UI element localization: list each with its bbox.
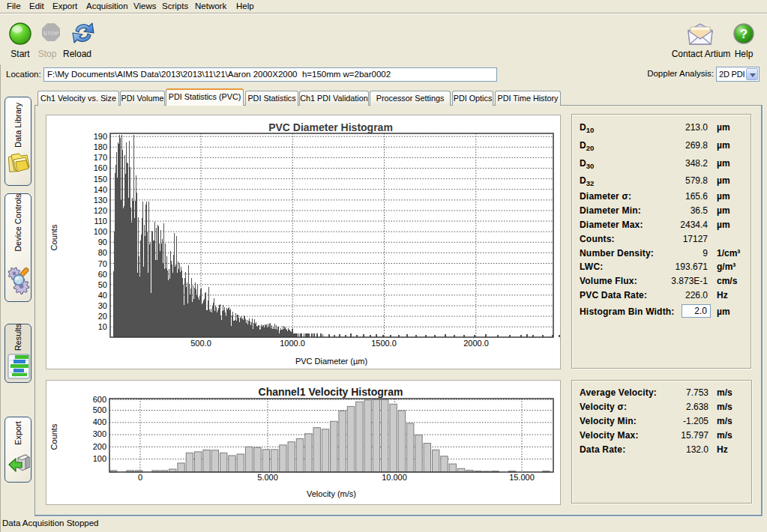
svg-text:300: 300 bbox=[93, 429, 106, 438]
svg-text:110: 110 bbox=[94, 217, 107, 226]
svg-text:?: ? bbox=[740, 27, 748, 41]
svg-text:5.000: 5.000 bbox=[257, 473, 278, 482]
svg-text:130: 130 bbox=[94, 196, 107, 205]
svg-text:80: 80 bbox=[98, 248, 107, 257]
svg-text:10: 10 bbox=[98, 322, 107, 331]
svg-text:90: 90 bbox=[98, 238, 107, 247]
svg-text:15.000: 15.000 bbox=[509, 473, 535, 482]
svg-text:STOP: STOP bbox=[43, 30, 58, 37]
svg-text:0: 0 bbox=[138, 473, 142, 482]
svg-text:Counts: Counts bbox=[49, 423, 58, 450]
svg-text:160: 160 bbox=[94, 163, 107, 172]
svg-text:Counts: Counts bbox=[49, 224, 58, 250]
svg-text:400: 400 bbox=[93, 417, 106, 426]
svg-text:40: 40 bbox=[98, 291, 107, 300]
svg-text:20: 20 bbox=[98, 312, 107, 321]
svg-text:PVC Diameter Histogram: PVC Diameter Histogram bbox=[268, 121, 393, 133]
svg-text:Velocity (m/s): Velocity (m/s) bbox=[307, 489, 356, 498]
svg-text:100: 100 bbox=[93, 454, 106, 463]
svg-text:50: 50 bbox=[98, 280, 107, 289]
svg-text:10.000: 10.000 bbox=[382, 473, 407, 482]
svg-text:120: 120 bbox=[94, 206, 107, 215]
svg-text:150: 150 bbox=[94, 175, 107, 184]
svg-text:PVC Diameter (µm): PVC Diameter (µm) bbox=[295, 357, 367, 366]
svg-text:180: 180 bbox=[94, 142, 107, 151]
svg-text:170: 170 bbox=[94, 153, 107, 162]
svg-text:600: 600 bbox=[93, 395, 106, 404]
svg-text:2000.0: 2000.0 bbox=[463, 339, 489, 348]
svg-text:30: 30 bbox=[98, 301, 107, 310]
svg-text:1000.0: 1000.0 bbox=[280, 339, 305, 348]
svg-text:1500.0: 1500.0 bbox=[371, 339, 397, 348]
svg-text:190: 190 bbox=[94, 132, 107, 141]
svg-text:100: 100 bbox=[94, 227, 107, 236]
svg-text:500: 500 bbox=[93, 405, 106, 414]
svg-text:140: 140 bbox=[94, 185, 107, 194]
svg-text:60: 60 bbox=[98, 270, 107, 279]
svg-text:500.0: 500.0 bbox=[190, 339, 211, 348]
svg-text:70: 70 bbox=[98, 259, 107, 268]
svg-text:200: 200 bbox=[93, 442, 106, 451]
svg-text:Channel1 Velocity Histogram: Channel1 Velocity Histogram bbox=[259, 386, 403, 398]
